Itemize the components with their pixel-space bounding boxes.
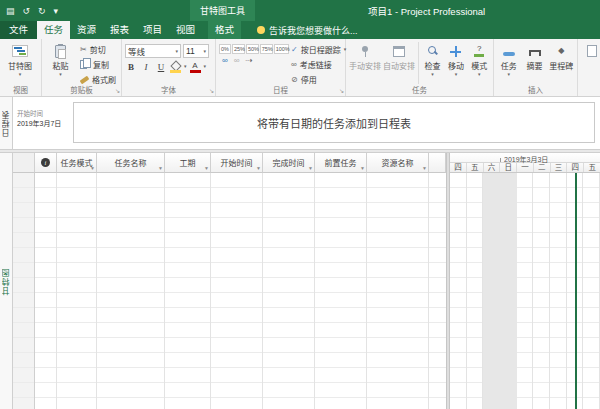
clipped-button[interactable] <box>581 41 600 86</box>
task-mode-column[interactable] <box>57 173 97 409</box>
gantt-pane-label: 甘特图 <box>1 268 12 295</box>
predecessors-column[interactable] <box>315 173 367 409</box>
task-grid[interactable] <box>13 173 446 409</box>
column-header-task-mode[interactable]: 任务模式 ▼ <box>57 153 97 173</box>
finish-column[interactable] <box>263 173 315 409</box>
dialog-launcher-icon[interactable]: ↘ <box>115 86 120 96</box>
tab-view[interactable]: 视图 <box>169 21 202 39</box>
filter-icon[interactable]: ▼ <box>158 165 163 171</box>
percent-75-button[interactable]: 75% <box>260 44 273 54</box>
timeline-pane-label: 日程表 <box>1 110 12 137</box>
format-painter-icon <box>80 75 90 83</box>
project-app-window: ▤ ↺ ↻ ▾ 甘特图工具 项目1 - Project Professional… <box>0 0 600 409</box>
inactivate-button[interactable]: ⊘ 停用 <box>291 73 346 86</box>
paste-icon <box>55 45 66 58</box>
copy-icon <box>80 60 87 69</box>
respect-links-button[interactable]: ∞ 考虑链接 <box>291 58 346 71</box>
filter-icon[interactable]: ▼ <box>422 165 427 171</box>
background-color-button[interactable] <box>170 61 181 73</box>
timeline-pane-strip[interactable]: 日程表 <box>0 97 13 149</box>
split-task-icon[interactable]: ⇢ <box>245 56 252 66</box>
underline-button[interactable]: U <box>155 60 167 73</box>
column-header-task-name[interactable]: 任务名称 ▼ <box>97 153 165 173</box>
resource-names-column[interactable] <box>367 173 429 409</box>
week-label: 2019年3月3日 <box>504 154 548 164</box>
percent-100-button[interactable]: 100% <box>274 44 289 54</box>
percent-25-button[interactable]: 25% <box>232 44 245 54</box>
filter-icon[interactable]: ▼ <box>204 165 209 171</box>
unlink-tasks-icon[interactable]: ∞ <box>234 56 240 66</box>
magnifier-icon <box>427 45 439 57</box>
save-icon[interactable]: ▤ <box>6 6 15 16</box>
gantt-chart-view-button[interactable]: 甘特图 ▾ <box>3 41 37 86</box>
tab-format[interactable]: 格式 <box>208 21 241 39</box>
gantt-chart-area[interactable] <box>450 173 600 409</box>
bold-button[interactable]: B <box>125 60 137 73</box>
chart-header-days: 四 五 六 日 一 二 三 四 五 <box>450 163 600 173</box>
manually-schedule-button[interactable]: 手动安排 <box>349 41 381 86</box>
timeline-content: 开始时间 2019年3月7日 将带有日期的任务添加到日程表 <box>13 97 600 149</box>
tab-file[interactable]: 文件 <box>0 21 37 39</box>
timeline-hint-box[interactable]: 将带有日期的任务添加到日程表 <box>73 102 595 143</box>
auto-schedule-button[interactable]: 自动安排 <box>383 41 415 86</box>
chevron-down-icon: ▾ <box>184 64 187 69</box>
tab-project[interactable]: 项目 <box>136 21 169 39</box>
filter-icon[interactable]: ▼ <box>308 165 313 171</box>
tab-report[interactable]: 报表 <box>103 21 136 39</box>
column-header-start[interactable]: 开始时间 ▼ <box>211 153 263 173</box>
gantt-pane-strip[interactable]: 甘特图 <box>0 153 13 409</box>
day-header: 五 <box>584 163 600 172</box>
copy-button[interactable]: 复制 <box>78 58 118 71</box>
insert-milestone-button[interactable]: ◆ 里程碑 <box>548 41 574 86</box>
move-button[interactable]: 移动 ▾ <box>445 41 466 86</box>
font-name-combo[interactable]: 等线 ▾ <box>125 44 181 58</box>
dialog-launcher-icon[interactable]: ↘ <box>339 86 344 96</box>
link-icon: ∞ <box>291 60 297 70</box>
link-tasks-icon[interactable]: ∞ <box>222 56 228 66</box>
day-header: 三 <box>551 163 568 172</box>
column-header-duration[interactable]: 工期 ▼ <box>165 153 211 173</box>
insert-task-button[interactable]: 任务 ▾ <box>497 41 521 86</box>
tell-me-box[interactable]: 告诉我您想要做什么... <box>257 21 358 39</box>
filler-column <box>429 173 446 409</box>
chevron-down-icon: ▾ <box>431 72 434 77</box>
tab-resource[interactable]: 资源 <box>70 21 103 39</box>
column-header-finish[interactable]: 完成时间 ▼ <box>263 153 315 173</box>
font-size-combo[interactable]: 11 ▾ <box>183 44 209 58</box>
percent-50-button[interactable]: 50% <box>246 44 259 54</box>
italic-button[interactable]: I <box>140 60 152 73</box>
info-column[interactable] <box>35 173 57 409</box>
mode-button[interactable]: ? 模式 ▾ <box>469 41 490 86</box>
format-painter-button[interactable]: 格式刷 <box>78 73 118 86</box>
chevron-down-icon: ▾ <box>508 72 511 77</box>
task-name-column[interactable] <box>97 173 165 409</box>
inspect-button[interactable]: 检查 ▾ <box>422 41 443 86</box>
paste-button[interactable]: 粘贴 ▾ <box>45 41 76 86</box>
filter-icon[interactable]: ▼ <box>90 165 95 171</box>
column-header-info[interactable]: i <box>35 153 57 173</box>
filter-icon[interactable]: ▼ <box>256 165 261 171</box>
font-color-button[interactable]: A <box>190 61 201 73</box>
duration-column[interactable] <box>165 173 211 409</box>
current-date-line <box>575 173 577 409</box>
column-header-predecessors[interactable]: 前置任务 ▼ <box>315 153 367 173</box>
row-selector-column[interactable] <box>13 173 35 409</box>
undo-icon[interactable]: ↺ <box>23 6 31 16</box>
mark-on-track-button[interactable]: ✓ 按日程跟踪 ▾ <box>291 43 346 56</box>
group-label-clipboard: 剪贴板 <box>42 86 121 96</box>
tab-task[interactable]: 任务 <box>37 21 70 39</box>
cut-button[interactable]: ✂ 剪切 <box>78 43 118 56</box>
dialog-launcher-icon[interactable]: ↘ <box>209 86 214 96</box>
filter-icon[interactable]: ▼ <box>360 165 365 171</box>
day-header: 日 <box>500 163 517 172</box>
redo-icon[interactable]: ↻ <box>38 6 46 16</box>
calendar-icon <box>393 46 405 57</box>
start-column[interactable] <box>211 173 263 409</box>
select-all-corner[interactable] <box>13 153 35 173</box>
group-label-font: 字体 <box>122 86 215 96</box>
percent-0-button[interactable]: 0% <box>219 44 231 54</box>
insert-summary-button[interactable]: 摘要 <box>523 41 547 86</box>
column-header-resource-names[interactable]: 资源名称 ▼ <box>367 153 429 173</box>
cut-icon: ✂ <box>80 45 87 55</box>
qat-customize-icon[interactable]: ▾ <box>54 6 59 16</box>
